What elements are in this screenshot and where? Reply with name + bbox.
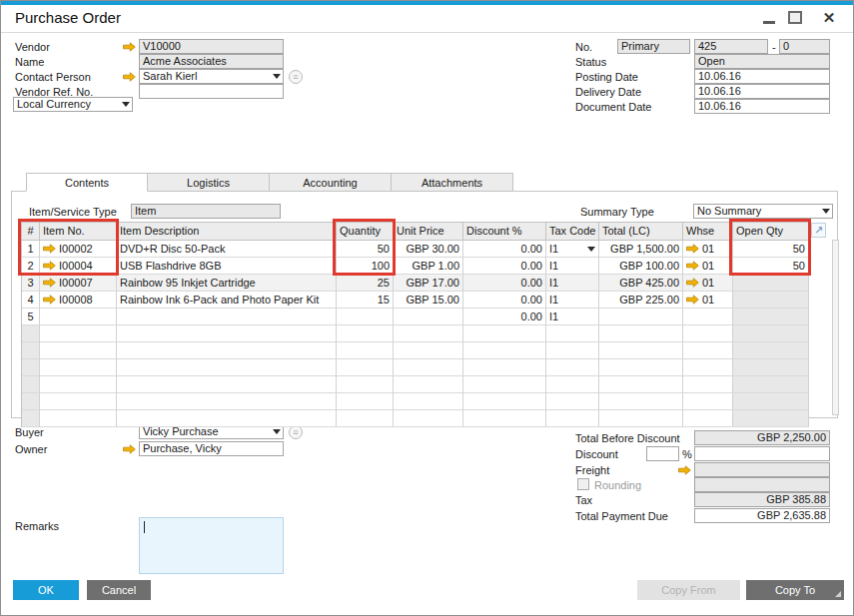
cell-open-qty[interactable] xyxy=(733,292,809,308)
remarks-textarea[interactable] xyxy=(139,517,284,574)
cell-quantity[interactable]: 25 xyxy=(337,275,394,292)
cell-open-qty[interactable] xyxy=(733,342,809,359)
freight-field[interactable] xyxy=(694,462,830,477)
choose-from-list-icon[interactable]: ≡ xyxy=(289,425,303,439)
link-arrow-icon[interactable] xyxy=(678,465,691,475)
cell-whse[interactable] xyxy=(683,359,733,376)
series-field[interactable]: Primary xyxy=(617,39,690,54)
cell-whse[interactable] xyxy=(683,410,733,427)
cell-total[interactable] xyxy=(599,359,683,376)
cell-description[interactable] xyxy=(117,325,337,342)
cell-num[interactable]: 1 xyxy=(22,241,40,258)
minimize-button[interactable] xyxy=(760,9,778,27)
cell-whse[interactable] xyxy=(683,308,733,325)
cell-num[interactable] xyxy=(22,342,40,359)
cell-unit-price[interactable] xyxy=(394,342,463,359)
cell-tax-code[interactable] xyxy=(546,376,599,393)
document-date-field[interactable]: 10.06.16 xyxy=(694,99,830,114)
cell-description[interactable]: USB Flashdrive 8GB xyxy=(117,258,337,275)
cell-num[interactable] xyxy=(22,393,40,410)
discount-percent-field[interactable] xyxy=(646,446,679,461)
cell-unit-price[interactable] xyxy=(394,325,463,342)
cell-discount[interactable] xyxy=(463,359,546,376)
cell-open-qty[interactable] xyxy=(733,376,809,393)
link-arrow-icon[interactable] xyxy=(686,276,699,285)
link-arrow-icon[interactable] xyxy=(686,242,699,251)
cell-num[interactable]: 3 xyxy=(22,275,40,292)
cell-description[interactable]: Rainbow Ink 6-Pack and Photo Paper Kit xyxy=(117,292,337,308)
link-arrow-icon[interactable] xyxy=(686,259,699,268)
link-arrow-icon[interactable] xyxy=(43,276,56,285)
cell-quantity[interactable] xyxy=(337,342,394,359)
cell-open-qty[interactable] xyxy=(733,410,809,427)
cell-tax-code[interactable] xyxy=(546,325,599,342)
cell-open-qty[interactable] xyxy=(733,325,809,342)
link-arrow-icon[interactable] xyxy=(43,242,56,251)
cell-whse[interactable] xyxy=(683,325,733,342)
cell-tax-code[interactable]: I1 xyxy=(546,258,599,275)
cell-discount[interactable] xyxy=(463,376,546,393)
cell-item-no[interactable] xyxy=(40,359,117,376)
cell-unit-price[interactable]: GBP 30.00 xyxy=(394,241,463,258)
cell-quantity[interactable]: 100 xyxy=(337,258,394,275)
posting-date-field[interactable]: 10.06.16 xyxy=(694,69,830,84)
cell-whse[interactable]: 01 xyxy=(683,275,733,292)
cell-open-qty[interactable]: 50 xyxy=(733,258,809,275)
form-settings-expand-icon[interactable]: ↗ xyxy=(811,223,826,238)
cell-open-qty[interactable] xyxy=(733,275,809,292)
cell-unit-price[interactable] xyxy=(394,359,463,376)
owner-field[interactable]: Purchase, Vicky xyxy=(139,441,284,456)
cell-tax-code[interactable] xyxy=(546,410,599,427)
cell-num[interactable] xyxy=(22,410,40,427)
cell-tax-code[interactable] xyxy=(546,342,599,359)
cell-tax-code[interactable] xyxy=(546,359,599,376)
grid-vertical-scrollbar[interactable] xyxy=(832,240,839,415)
delivery-date-field[interactable]: 10.06.16 xyxy=(694,84,830,99)
cell-whse[interactable] xyxy=(683,342,733,359)
discount-amount-field[interactable] xyxy=(694,446,830,461)
cell-open-qty[interactable] xyxy=(733,308,809,325)
cell-open-qty[interactable]: 50 xyxy=(733,241,809,258)
cell-total[interactable] xyxy=(599,376,683,393)
summary-type-select[interactable]: No Summary xyxy=(693,204,833,219)
cell-open-qty[interactable] xyxy=(733,393,809,410)
cell-open-qty[interactable] xyxy=(733,359,809,376)
cell-unit-price[interactable] xyxy=(394,308,463,325)
cell-whse[interactable]: 01 xyxy=(683,258,733,275)
currency-select[interactable]: Local Currency xyxy=(13,97,133,112)
item-service-type-field[interactable]: Item xyxy=(131,204,281,219)
cell-tax-code[interactable] xyxy=(546,393,599,410)
cell-item-no[interactable] xyxy=(40,393,117,410)
cell-discount[interactable] xyxy=(463,342,546,359)
link-arrow-icon[interactable] xyxy=(43,259,56,268)
cell-total[interactable] xyxy=(599,325,683,342)
contact-person-select[interactable]: Sarah Kierl xyxy=(139,69,284,84)
link-arrow-icon[interactable] xyxy=(123,72,136,82)
cell-unit-price[interactable] xyxy=(394,393,463,410)
cell-discount[interactable] xyxy=(463,325,546,342)
cell-total[interactable] xyxy=(599,308,683,325)
cell-unit-price[interactable]: GBP 15.00 xyxy=(394,292,463,308)
link-arrow-icon[interactable] xyxy=(123,444,136,454)
cell-num[interactable] xyxy=(22,325,40,342)
cell-num[interactable]: 2 xyxy=(22,258,40,275)
cell-num[interactable] xyxy=(22,359,40,376)
choose-from-list-icon[interactable]: ≡ xyxy=(289,70,303,84)
doc-suffix-field[interactable]: 0 xyxy=(779,39,830,54)
cell-description[interactable] xyxy=(117,393,337,410)
vendor-field[interactable]: V10000 xyxy=(139,39,284,54)
cell-unit-price[interactable] xyxy=(394,410,463,427)
cell-quantity[interactable] xyxy=(337,325,394,342)
cell-quantity[interactable] xyxy=(337,376,394,393)
cell-quantity[interactable]: 15 xyxy=(337,292,394,308)
cell-total[interactable] xyxy=(599,342,683,359)
link-arrow-icon[interactable] xyxy=(43,293,56,302)
cell-description[interactable] xyxy=(117,376,337,393)
cell-tax-code[interactable]: I1 xyxy=(546,241,599,258)
cell-item-no[interactable]: I00002 xyxy=(40,241,117,258)
cell-num[interactable]: 4 xyxy=(22,292,40,308)
cell-discount[interactable]: 0.00 xyxy=(463,292,546,308)
tab-accounting[interactable]: Accounting xyxy=(270,173,392,192)
rounding-checkbox[interactable] xyxy=(577,478,589,490)
tab-logistics[interactable]: Logistics xyxy=(148,173,270,192)
